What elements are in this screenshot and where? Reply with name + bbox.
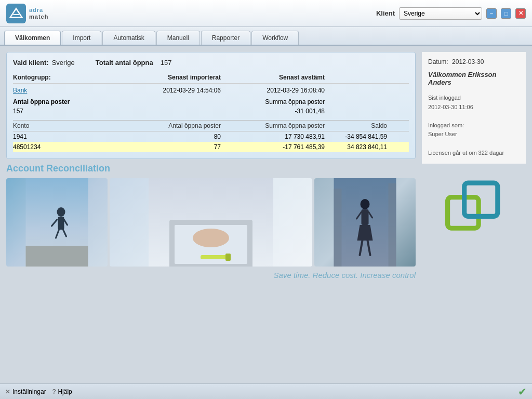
image-laptop-hand (110, 178, 312, 267)
account-reconciliation-title: Account Reconciliation (6, 163, 416, 174)
summa-amount: -31 001,48 (221, 108, 325, 115)
tab-automatisk[interactable]: Automatisk (102, 31, 155, 45)
svg-rect-19 (362, 209, 369, 225)
antal-48501234: 77 (117, 143, 221, 151)
inloggad-som-value: Super User (428, 130, 520, 139)
svg-rect-17 (389, 183, 396, 267)
settings-item[interactable]: ✕ Inställningar (5, 388, 46, 395)
senast-importerat-col: Senast importerat (117, 74, 221, 81)
antal-count: 157 (13, 108, 117, 115)
svg-rect-4 (58, 217, 64, 230)
svg-rect-14 (225, 254, 231, 261)
saldo-col-header: Saldo (325, 122, 387, 129)
konto-1941: 1941 (13, 133, 117, 140)
logo-bottom (422, 178, 526, 235)
summa-1941: 17 730 483,91 (221, 133, 325, 140)
image-man-running (6, 178, 108, 267)
summa-oppna-label: Summa öppna poster (221, 98, 325, 105)
svg-rect-0 (6, 4, 26, 23)
saldo-48501234: 34 823 840,11 (325, 143, 387, 151)
footer: ✕ Inställningar ? Hjälp ✔ (0, 383, 532, 399)
antal-col-header: Antal öppna poster (117, 122, 221, 129)
klient-select[interactable]: Sverige (399, 7, 482, 20)
sist-inloggad-label: Sist inloggad (428, 94, 520, 103)
tab-velkommen[interactable]: Välkommen (4, 31, 61, 45)
vald-klient-label: Vald klient: (13, 59, 49, 66)
datum-label: Datum: (428, 58, 448, 65)
konto-table-header: Konto Antal öppna poster Summa öppna pos… (13, 120, 409, 131)
bank-link[interactable]: Bank (13, 87, 117, 94)
info-box: Datum: 2012-03-30 Välkommen Eriksson And… (422, 52, 526, 164)
totalt-antal-label: Totalt antal öppna (96, 59, 153, 66)
welcome-name: Välkommen Eriksson Anders (428, 71, 520, 86)
header-right: Klient Sverige – □ ✕ (376, 7, 526, 20)
svg-rect-16 (334, 189, 342, 267)
tab-workflow[interactable]: Workflow (251, 31, 299, 45)
data-panel: Vald klient: Sverige Totalt antal öppna … (6, 52, 416, 159)
settings-label[interactable]: Inställningar (12, 388, 46, 395)
minimize-button[interactable]: – (486, 8, 497, 19)
help-item[interactable]: ? Hjälp (52, 388, 72, 395)
senast-avstamt-col: Senast avstämt (221, 74, 325, 81)
tagline: Save time. Reduce cost. Increase control (6, 271, 416, 280)
vald-klient-value: Sverige (52, 59, 75, 66)
antal-values-row: 157 -31 001,48 (13, 107, 409, 116)
summa-48501234: -17 761 485,39 (221, 143, 325, 151)
svg-point-12 (193, 229, 229, 247)
summary-row: Vald klient: Sverige Totalt antal öppna … (13, 59, 409, 66)
inloggad-som-label: Inloggad som: (428, 121, 520, 130)
adramatch-logo-large (445, 178, 502, 235)
saldo-1941: -34 854 841,59 (325, 133, 387, 140)
tab-import[interactable]: Import (62, 31, 101, 45)
importerat-value: 2012-03-29 14:54:06 (117, 87, 221, 94)
svg-point-18 (361, 199, 370, 209)
status-checkmark: ✔ (518, 385, 527, 398)
antal-oppna-label: Antal öppna poster (13, 98, 117, 105)
image-woman-walking (314, 178, 416, 267)
tab-rapporter[interactable]: Rapporter (201, 31, 250, 45)
avstamt-value: 2012-03-29 16:08:40 (221, 87, 325, 94)
images-row (6, 178, 416, 267)
svg-rect-2 (26, 246, 88, 267)
close-button[interactable]: ✕ (515, 8, 526, 19)
datum-line: Datum: 2012-03-30 (428, 58, 520, 65)
logo-area: adra match (6, 4, 48, 23)
right-panel: Datum: 2012-03-30 Välkommen Eriksson And… (422, 52, 526, 377)
left-panel: Vald klient: Sverige Totalt antal öppna … (6, 52, 416, 377)
adramatch-logo (6, 4, 26, 23)
antal-1941: 80 (117, 133, 221, 140)
kontogrupp-header-row: Kontogrupp: Senast importerat Senast avs… (13, 72, 409, 84)
sist-inloggad-value: 2012-03-30 11:06 (428, 103, 520, 112)
tabbar: Välkommen Import Automatisk Manuell Rapp… (0, 27, 532, 46)
help-icon: ? (52, 388, 56, 395)
help-label[interactable]: Hjälp (58, 388, 72, 395)
konto-48501234: 48501234 (13, 143, 117, 151)
totalt-antal-value: 157 (161, 59, 172, 66)
konto-col-header: Konto (13, 122, 117, 129)
summa-col-header: Summa öppna poster (221, 122, 325, 129)
brand-match: match (29, 14, 48, 20)
klient-label: Klient (376, 9, 395, 17)
kontogrupp-col-label: Kontogrupp: (13, 74, 117, 81)
datum-value: 2012-03-30 (452, 58, 484, 65)
svg-point-3 (57, 207, 65, 217)
header: adra match Klient Sverige – □ ✕ (0, 0, 532, 27)
tab-manuell[interactable]: Manuell (156, 31, 200, 45)
antal-oppna-row: Antal öppna poster Summa öppna poster (13, 97, 409, 107)
settings-icon: ✕ (5, 388, 10, 395)
brand-adra: adra (29, 7, 48, 13)
main-content: Vald klient: Sverige Totalt antal öppna … (0, 46, 532, 383)
licens-label: Licensen går ut om 322 dagar (428, 149, 520, 158)
bank-row: Bank 2012-03-29 14:54:06 2012-03-29 16:0… (13, 86, 409, 95)
image-section: Account Reconciliation (6, 163, 416, 377)
maximize-button[interactable]: □ (501, 8, 511, 19)
konto-row-48501234: 48501234 77 -17 761 485,39 34 823 840,11 (13, 142, 409, 152)
footer-left: ✕ Inställningar ? Hjälp (5, 388, 72, 395)
konto-row-1941: 1941 80 17 730 483,91 -34 854 841,59 (13, 131, 409, 142)
login-info: Sist inloggad 2012-03-30 11:06 Inloggad … (428, 94, 520, 157)
svg-rect-13 (201, 255, 227, 259)
